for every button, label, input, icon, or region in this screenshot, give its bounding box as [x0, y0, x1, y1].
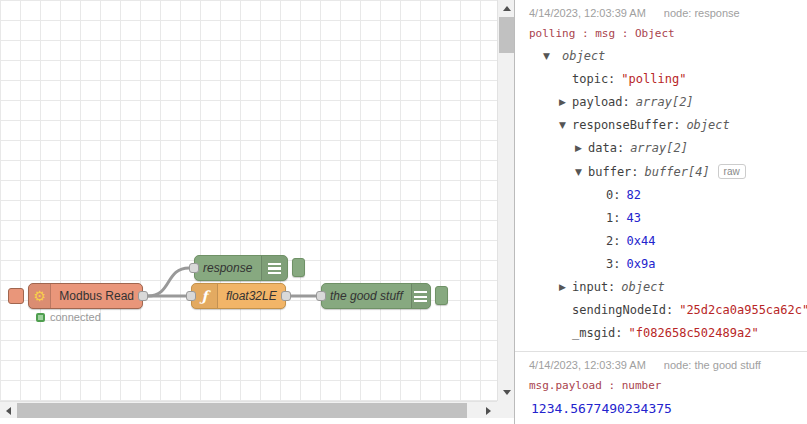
tree-row: ▼buffer:buffer[4]raw	[529, 160, 799, 184]
tree-key: 1:	[606, 211, 620, 225]
input-port[interactable]	[186, 291, 196, 301]
scroll-left-button[interactable]	[0, 402, 17, 419]
horizontal-scrollbar[interactable]	[0, 401, 497, 418]
input-port[interactable]	[189, 263, 199, 273]
expand-icon[interactable]: ▶	[559, 91, 572, 114]
tree-key: topic:	[572, 72, 615, 86]
debug-list-icon	[268, 263, 281, 274]
debug-sidebar[interactable]: 4/14/2023, 12:03:39 AMnode: response pol…	[514, 0, 807, 424]
raw-toggle-button[interactable]: raw	[718, 164, 746, 179]
node-response-debug[interactable]: response	[194, 255, 288, 281]
node-label: response	[195, 256, 261, 280]
flow-canvas[interactable]: ⚙ Modbus Read connected response ƒ float…	[0, 0, 497, 401]
wire-modbus-response[interactable]	[148, 268, 189, 296]
gear-icon: ⚙	[33, 289, 46, 303]
tree-key: data:	[588, 141, 624, 155]
scrollbar-corner	[497, 401, 514, 418]
node-label: the good stuff	[322, 284, 411, 308]
tree-value: 43	[626, 211, 640, 225]
tree-row: topic:"polling"	[529, 68, 799, 91]
tree-type: array[2]	[636, 95, 694, 109]
debug-message-goodstuff[interactable]: 4/14/2023, 12:03:39 AMnode: the good stu…	[515, 351, 807, 424]
arrow-right-icon	[486, 407, 491, 415]
tree-key: input:	[572, 280, 615, 294]
message-path: msg.payload : number	[529, 378, 799, 393]
tree-key: 2:	[606, 234, 620, 248]
tree-row: ▼responseBuffer:object	[529, 114, 799, 137]
node-status: connected	[36, 311, 101, 323]
arrow-left-icon	[6, 407, 11, 415]
tree-value: 82	[626, 188, 640, 202]
scroll-down-button[interactable]	[498, 384, 515, 401]
tree-value: "polling"	[621, 72, 686, 86]
tree-row: ▼object	[529, 45, 799, 68]
node-red-window: ⚙ Modbus Read connected response ƒ float…	[0, 0, 807, 424]
tree-row: _msgid:"f082658c502489a2"	[529, 322, 799, 345]
debug-toggle-button-goodstuff[interactable]	[435, 286, 448, 305]
modbus-icon-region: ⚙	[29, 284, 51, 308]
vertical-scrollbar[interactable]	[497, 0, 514, 401]
tree-row: ▶data:array[2]	[529, 137, 799, 160]
scroll-up-button[interactable]	[498, 0, 515, 17]
payload-number-value: 1234.5677490234375	[529, 397, 799, 420]
tree-value: "25d2ca0a955ca62c"	[679, 303, 807, 317]
tree-row: 3:0x9a	[529, 253, 799, 276]
tree-type: object	[686, 118, 729, 132]
tree-key: payload:	[572, 95, 630, 109]
debug-icon-region	[261, 256, 287, 280]
output-port[interactable]	[138, 291, 148, 301]
source-node: node: the good stuff	[664, 359, 761, 371]
tree-key: _msgid:	[572, 326, 623, 340]
tree-row: ▶input:object	[529, 276, 799, 299]
node-goodstuff-debug[interactable]: the good stuff	[321, 283, 431, 309]
debug-toggle-button-response[interactable]	[292, 258, 305, 277]
output-port[interactable]	[281, 291, 291, 301]
message-path: polling : msg : Object	[529, 26, 799, 41]
tree-key: responseBuffer:	[572, 118, 680, 132]
expand-icon[interactable]: ▶	[575, 137, 588, 160]
tree-row: 1:43	[529, 207, 799, 230]
debug-list-icon	[414, 291, 427, 302]
status-text: connected	[50, 311, 101, 323]
modbus-node-button[interactable]	[8, 288, 24, 304]
tree-row: ▶payload:array[2]	[529, 91, 799, 114]
function-icon: ƒ	[201, 289, 207, 303]
tree-row: sendingNodeId:"25d2ca0a955ca62c"	[529, 299, 799, 322]
tree-type: object	[621, 280, 664, 294]
horizontal-scroll-thumb[interactable]	[17, 403, 467, 418]
source-node: node: response	[664, 7, 740, 19]
tree-key: 0:	[606, 188, 620, 202]
tree-value: 0x9a	[626, 257, 655, 271]
tree-type: buffer[4]	[645, 165, 710, 179]
debug-message-response[interactable]: 4/14/2023, 12:03:39 AMnode: response pol…	[515, 0, 807, 351]
tree-value: 0x44	[626, 234, 655, 248]
debug-icon-region	[411, 284, 430, 308]
message-meta: 4/14/2023, 12:03:39 AMnode: response	[529, 6, 799, 21]
tree-type: array[2]	[630, 141, 688, 155]
timestamp: 4/14/2023, 12:03:39 AM	[529, 7, 646, 19]
tree-type: object	[562, 49, 605, 63]
message-meta: 4/14/2023, 12:03:39 AMnode: the good stu…	[529, 358, 799, 373]
collapse-icon[interactable]: ▼	[575, 161, 588, 184]
collapse-icon[interactable]: ▼	[543, 45, 556, 68]
tree-key: 3:	[606, 257, 620, 271]
tree-value: "f082658c502489a2"	[629, 326, 759, 340]
node-label: Modbus Read	[51, 284, 142, 308]
wires-layer	[0, 0, 497, 401]
vertical-scroll-thumb[interactable]	[499, 17, 514, 53]
tree-key: buffer:	[588, 165, 639, 179]
tree-key: sendingNodeId:	[572, 303, 673, 317]
expand-icon[interactable]: ▶	[559, 276, 572, 299]
arrow-down-icon	[503, 390, 511, 395]
node-float32le-function[interactable]: ƒ float32LE	[191, 283, 286, 309]
input-port[interactable]	[316, 291, 326, 301]
collapse-icon[interactable]: ▼	[559, 114, 572, 137]
status-dot-icon	[36, 313, 45, 322]
scroll-right-button[interactable]	[480, 402, 497, 419]
tree-row: 0:82	[529, 184, 799, 207]
node-label: float32LE	[218, 284, 285, 308]
timestamp: 4/14/2023, 12:03:39 AM	[529, 359, 646, 371]
node-modbus-read[interactable]: ⚙ Modbus Read	[28, 283, 143, 309]
arrow-up-icon	[503, 6, 511, 11]
tree-row: 2:0x44	[529, 230, 799, 253]
